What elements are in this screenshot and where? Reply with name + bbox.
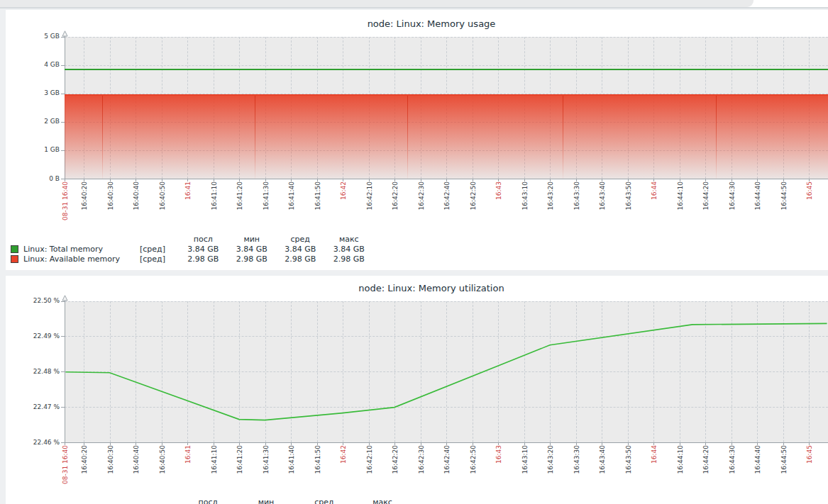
x-axis-label: 16:40:50 bbox=[159, 445, 167, 474]
x-axis-label: 16:40:30 bbox=[107, 181, 115, 210]
x-axis-label: 16:41:20 bbox=[236, 445, 244, 474]
x-axis-label: 16:41:40 bbox=[288, 181, 296, 210]
legend-value-avg: 2.98 GB bbox=[276, 254, 325, 264]
x-axis-label: 16:41 bbox=[184, 445, 192, 464]
x-axis-label: 16:42:40 bbox=[443, 445, 451, 474]
legend-item-name: Linux: Available memory bbox=[23, 254, 140, 264]
y-axis-label: 22.49 % bbox=[16, 332, 60, 340]
area-seam-line bbox=[407, 96, 408, 179]
x-axis-label: 16:43:40 bbox=[599, 181, 607, 210]
x-axis-label: 16:41:40 bbox=[288, 445, 296, 474]
area-seam-line bbox=[716, 96, 717, 179]
x-axis-label: 16:40:50 bbox=[159, 181, 167, 210]
legend-header-min: мин bbox=[237, 498, 295, 504]
x-axis-label: 16:44:20 bbox=[702, 445, 710, 474]
x-axis-label: 16:42:20 bbox=[392, 445, 399, 474]
x-axis-label: 16:40:20 bbox=[81, 181, 89, 210]
legend-header-avg: сред bbox=[276, 235, 325, 244]
x-axis-label: 16:40:30 bbox=[107, 445, 115, 474]
y-axis-label: 22.46 % bbox=[16, 439, 60, 447]
x-axis-label: 16:40:40 bbox=[133, 181, 140, 210]
x-axis-label: 16:42:30 bbox=[418, 181, 426, 210]
legend-header-min: мин bbox=[228, 235, 277, 244]
legend-value-min: 2.98 GB bbox=[228, 254, 277, 264]
memory-usage-legend: посл мин сред макс Linux: Total memory [… bbox=[11, 234, 394, 264]
x-axis-label: 16:43:30 bbox=[573, 445, 581, 474]
x-axis-label: 16:44:30 bbox=[729, 181, 736, 210]
y-axis-label: 22.50 % bbox=[16, 297, 60, 305]
legend-header-max: макс bbox=[353, 498, 412, 504]
legend-item-name: Linux: Total memory bbox=[23, 245, 140, 254]
x-axis-label: 16:43:10 bbox=[521, 445, 529, 474]
legend-value-last: 2.98 GB bbox=[179, 254, 228, 264]
legend-value-last: 3.84 GB bbox=[179, 245, 228, 254]
x-axis-label: 16:43 bbox=[495, 181, 503, 200]
x-axis-label: 16:43:50 bbox=[625, 181, 633, 210]
area-seam-line bbox=[563, 96, 563, 179]
x-axis-label: 16:44:20 bbox=[702, 181, 710, 210]
area-seam-line bbox=[255, 96, 255, 179]
x-axis-label: 08-31 16:40 bbox=[62, 445, 70, 484]
x-axis-label: 16:41:10 bbox=[211, 445, 219, 474]
x-axis-label: 16:41:20 bbox=[236, 181, 244, 210]
x-axis-label: 16:44:40 bbox=[754, 445, 762, 474]
x-axis-label: 16:41:30 bbox=[263, 181, 270, 210]
x-axis-label: 16:44:10 bbox=[677, 181, 685, 210]
legend-row-available-memory: Linux: Available memory [сред] 2.98 GB 2… bbox=[11, 254, 394, 264]
memory-utilization-legend: посл мин сред макс bbox=[11, 497, 422, 504]
x-axis-label: 16:45 bbox=[806, 181, 814, 200]
legend-value-avg: 3.84 GB bbox=[276, 245, 325, 254]
memory-utilization-chart-title: node: Linux: Memory utilization bbox=[65, 283, 798, 293]
legend-value-max: 3.84 GB bbox=[325, 245, 374, 254]
legend-header-avg: сред bbox=[295, 498, 353, 504]
x-axis-label: 16:45 bbox=[806, 445, 814, 464]
available-memory-color-swatch bbox=[11, 255, 18, 263]
x-axis-label: 08-31 16:40 bbox=[62, 181, 70, 220]
x-axis-label: 16:43:20 bbox=[547, 181, 555, 210]
x-axis-label: 16:44:50 bbox=[780, 181, 788, 210]
x-axis-label: 16:41:10 bbox=[211, 181, 219, 210]
x-axis-label: 16:42:50 bbox=[470, 445, 478, 474]
legend-row-total-memory: Linux: Total memory [сред] 3.84 GB 3.84 … bbox=[11, 244, 394, 254]
y-axis-label: 0 B bbox=[16, 175, 60, 183]
x-axis-label: 16:43:20 bbox=[547, 445, 555, 474]
x-axis-line bbox=[62, 179, 828, 179]
x-axis-label: 16:44:30 bbox=[729, 445, 736, 474]
series-area-linux-available-memory bbox=[65, 94, 828, 179]
legend-header-row: посл мин сред макс bbox=[11, 497, 422, 504]
x-axis-line bbox=[62, 442, 828, 443]
x-axis-label: 16:42:40 bbox=[443, 181, 451, 210]
x-axis-label: 16:41:50 bbox=[314, 445, 322, 474]
x-axis-label: 16:42 bbox=[340, 445, 348, 464]
x-axis-label: 16:44:50 bbox=[780, 445, 788, 474]
x-axis-label: 16:43:30 bbox=[573, 181, 581, 210]
x-axis-label: 16:42:10 bbox=[366, 181, 374, 210]
y-axis-arrow-icon bbox=[62, 30, 68, 37]
y-axis-label: 5 GB bbox=[16, 33, 60, 40]
legend-value-min: 3.84 GB bbox=[228, 245, 277, 254]
y-axis-label: 4 GB bbox=[16, 61, 60, 69]
series-line-linux-total-memory bbox=[65, 69, 828, 70]
series-line-linux-memory-utilization bbox=[65, 301, 828, 443]
y-axis-label: 3 GB bbox=[16, 89, 60, 97]
browser-tab-strip bbox=[0, 0, 754, 7]
total-memory-color-swatch bbox=[11, 245, 18, 253]
x-axis-label: 16:42 bbox=[340, 181, 348, 200]
x-axis-label: 16:44 bbox=[651, 445, 658, 464]
x-axis-label: 16:40:40 bbox=[133, 445, 140, 474]
x-axis-label: 16:41:30 bbox=[263, 445, 270, 474]
x-axis-label: 16:42:10 bbox=[366, 445, 374, 474]
x-axis-label: 16:44:40 bbox=[754, 181, 762, 210]
legend-header-last: посл bbox=[179, 235, 228, 244]
x-axis-label: 16:42:20 bbox=[392, 181, 399, 210]
x-axis-label: 16:43:50 bbox=[625, 445, 633, 474]
zabbix-graphs-page: node: Linux: Memory usage node: Linux: M… bbox=[0, 0, 828, 504]
x-axis-label: 16:42:30 bbox=[418, 445, 426, 474]
divider-line bbox=[0, 7, 828, 9]
legend-header-max: макс bbox=[325, 235, 374, 244]
legend-header-last: посл bbox=[179, 498, 237, 504]
area-seam-line bbox=[102, 96, 103, 179]
y-axis-label: 22.48 % bbox=[16, 368, 60, 376]
x-axis-label: 16:43 bbox=[495, 445, 503, 464]
y-axis-label: 1 GB bbox=[16, 146, 60, 154]
